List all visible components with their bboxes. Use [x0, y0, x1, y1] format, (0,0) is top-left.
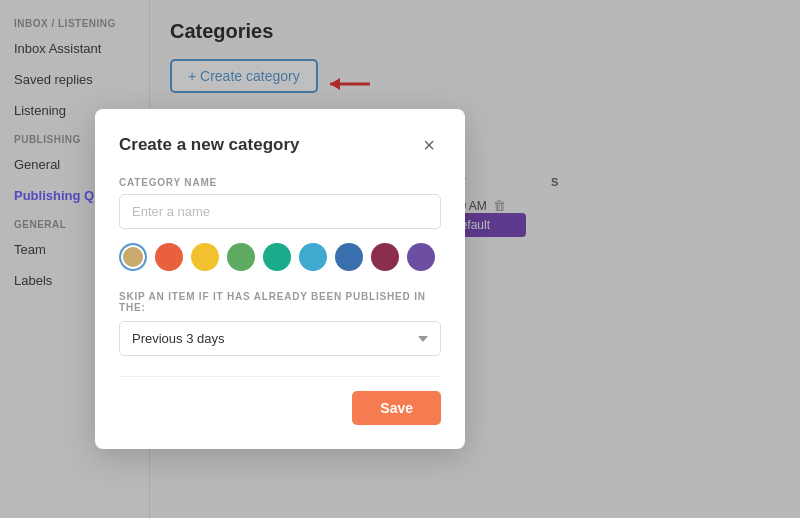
modal-create-category: Create a new category × CATEGORY NAME SK… — [95, 109, 465, 449]
color-swatches — [119, 243, 441, 271]
swatch-green[interactable] — [227, 243, 255, 271]
swatch-yellow[interactable] — [191, 243, 219, 271]
swatch-light-blue[interactable] — [299, 243, 327, 271]
swatch-tan[interactable] — [119, 243, 147, 271]
swatch-orange[interactable] — [155, 243, 183, 271]
modal-header: Create a new category × — [119, 133, 441, 157]
save-button[interactable]: Save — [352, 391, 441, 425]
app-container: INBOX / LISTENING Inbox Assistant Saved … — [0, 0, 800, 518]
swatch-purple[interactable] — [407, 243, 435, 271]
skip-select[interactable]: Previous 3 daysPrevious 7 daysPrevious 1… — [119, 321, 441, 356]
category-name-label: CATEGORY NAME — [119, 177, 441, 188]
modal-overlay: Create a new category × CATEGORY NAME SK… — [0, 0, 800, 518]
swatch-teal[interactable] — [263, 243, 291, 271]
skip-label: SKIP AN ITEM IF IT HAS ALREADY BEEN PUBL… — [119, 291, 441, 313]
swatch-maroon[interactable] — [371, 243, 399, 271]
swatch-dark-blue[interactable] — [335, 243, 363, 271]
category-name-input[interactable] — [119, 194, 441, 229]
modal-footer: Save — [119, 376, 441, 425]
modal-title: Create a new category — [119, 135, 299, 155]
modal-close-button[interactable]: × — [417, 133, 441, 157]
